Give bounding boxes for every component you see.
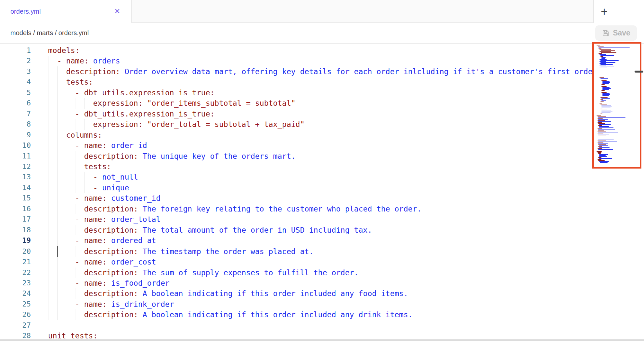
minimap[interactable] [597,46,639,167]
minimap-row [601,111,611,111]
tab-orders-yml[interactable]: orders.yml ✕ [0,0,132,23]
ide-window: orders.yml ✕ + models / marts / orders.y… [0,0,644,341]
line-number: 14 [0,183,31,193]
code-line[interactable]: 25 - name: is_drink_order [0,299,593,309]
code-text: - name: is_drink_order [48,299,174,309]
minimap-row [599,155,606,156]
code-text: - name: customer_id [48,193,161,203]
minimap-row [598,73,604,74]
code-text: - not_null [48,172,138,182]
minimap-row [598,160,605,161]
code-line[interactable]: 17 - name: order_total [0,214,593,225]
minimap-row [602,81,610,82]
minimap-row [599,69,607,70]
code-lines: 1models:2 - name: orders3 description: O… [0,45,593,341]
code-line[interactable]: 6 expression: "order_items_subtotal = su… [0,98,593,108]
minimap-row [600,55,614,56]
minimap-row [602,88,611,89]
code-line[interactable]: 18 description: The total amount of the … [0,225,593,235]
minimap-row [599,67,607,68]
minimap-row [599,103,602,103]
minimap-row [598,142,617,142]
breadcrumb: models / marts / orders.yml [10,29,89,37]
code-text: - name: orders [48,56,120,66]
code-editor[interactable]: 1models:2 - name: orders3 description: O… [0,44,644,341]
minimap-row [600,68,617,69]
code-line[interactable]: 12 tests: [0,161,593,172]
minimap-row [601,50,615,51]
new-tab-button[interactable]: + [593,0,644,23]
code-line[interactable]: 20 description: The timestamp the order … [0,246,593,257]
code-line[interactable]: 10 - name: order_id [0,140,593,151]
minimap-row [600,66,614,67]
minimap-row [599,49,611,50]
minimap-row [598,140,614,140]
code-line[interactable]: 9 columns: [0,130,593,140]
minimap-row [598,153,601,154]
line-number: 7 [0,109,31,119]
line-number: 15 [0,193,31,203]
code-line[interactable]: 11 description: The unique key of the or… [0,151,593,161]
minimap-row [598,159,601,160]
scroll-marker[interactable] [635,71,643,73]
minimap-row [598,132,618,133]
minimap-row [598,128,602,129]
horizontal-scrollbar[interactable] [0,339,644,341]
code-line[interactable]: 22 description: The sum of supply expens… [0,267,593,278]
minimap-row [599,156,607,157]
minimap-row [598,125,602,126]
minimap-row [597,116,601,116]
minimap-row [598,143,608,144]
minimap-row [599,65,606,66]
code-line[interactable]: 19 - name: ordered_at [0,235,593,246]
code-text: description: A boolean indicating if thi… [48,309,413,320]
minimap-row [598,143,603,143]
code-line[interactable]: 1models: [0,45,593,56]
code-line[interactable]: 26 description: A boolean indicating if … [0,309,593,320]
line-number: 22 [0,267,31,278]
code-line[interactable]: 15 - name: customer_id [0,193,593,203]
code-line[interactable]: 27 [0,320,593,331]
save-label: Save [613,29,630,37]
minimap-row [601,52,616,53]
minimap-row [600,60,619,61]
code-line[interactable]: 21 - name: order_cost [0,257,593,267]
line-number: 26 [0,309,31,320]
minimap-row [602,83,609,84]
minimap-row [600,64,613,65]
line-number: 16 [0,204,31,214]
minimap-row [599,63,606,64]
close-icon[interactable]: ✕ [113,7,122,16]
minimap-row [602,95,609,96]
code-line[interactable]: 8 expression: "order_total = subtotal + … [0,119,593,130]
minimap-row [598,134,609,135]
code-line[interactable]: 23 - name: is_food_order [0,278,593,288]
minimap-row [597,151,602,152]
code-line[interactable]: 14 - unique [0,183,593,193]
minimap-row [602,93,610,94]
minimap-row [601,86,607,87]
code-line[interactable]: 16 description: The foreign key relating… [0,204,593,214]
line-number: 5 [0,88,31,98]
line-number: 1 [0,45,31,56]
minimap-row [599,145,608,146]
code-line[interactable]: 3 description: Order overview data mart,… [0,66,593,77]
code-text: expression: "order_items_subtotal = subt… [48,98,296,108]
code-line[interactable]: 24 description: A boolean indicating if … [0,288,593,299]
code-line[interactable]: 5 - dbt_utils.expression_is_true: [0,88,593,98]
minimap-row [599,77,604,78]
code-text: tests: [48,77,93,87]
minimap-row [598,144,606,145]
code-line[interactable]: 7 - dbt_utils.expression_is_true: [0,109,593,119]
line-number: 27 [0,320,31,331]
code-line[interactable]: 4 tests: [0,77,593,87]
minimap-row [600,114,602,114]
tab-bar: orders.yml ✕ + [0,0,644,23]
minimap-row [598,141,606,141]
line-number: 8 [0,119,31,130]
save-button[interactable]: Save [595,25,637,41]
code-line[interactable]: 13 - not_null [0,172,593,182]
code-line[interactable]: 2 - name: orders [0,56,593,66]
minimap-row [600,162,608,163]
minimap-row [597,46,600,46]
